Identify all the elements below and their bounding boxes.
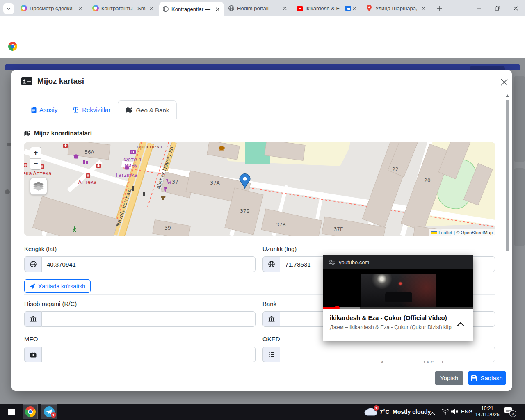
tab-rekvizitlar[interactable]: Rekvizitlar <box>65 100 118 119</box>
tab-separator <box>88 5 88 11</box>
video-thumbnail <box>361 274 436 307</box>
notification-center-button[interactable]: 3 <box>504 407 517 417</box>
map-label: 56A <box>84 149 94 155</box>
save-button[interactable]: Saqlash <box>468 371 506 385</box>
map-label: 39 <box>164 225 171 231</box>
account-input[interactable] <box>41 311 256 327</box>
temperature-label[interactable]: 7°C <box>380 409 390 415</box>
navigation-icon <box>30 283 35 289</box>
language-indicator[interactable]: ENG <box>461 409 472 415</box>
tab-kontragentlar-active[interactable]: Kontragentlar — si <box>159 2 224 16</box>
map-layers-button[interactable] <box>30 178 47 195</box>
start-button[interactable] <box>2 404 20 419</box>
map-label: 37 <box>172 179 178 185</box>
taskbar-telegram-button[interactable]: 1 <box>41 404 57 419</box>
tab-youtube[interactable]: ikikardesh & E <box>293 0 361 16</box>
site-settings-icon <box>329 260 335 265</box>
briefcase-icon <box>24 347 41 362</box>
taskbar-divider <box>39 405 39 418</box>
weather-icon[interactable]: 1 <box>364 407 378 417</box>
page-header-bar <box>5 64 520 70</box>
map-label: 22 <box>392 167 398 172</box>
osm-credit[interactable]: | © OpenStreetMap <box>454 230 493 235</box>
tab-close-icon[interactable] <box>214 6 221 12</box>
globe-favicon <box>162 6 169 12</box>
backdrop-panel <box>514 168 525 246</box>
tab-maps[interactable]: Улица Шаршара, <box>363 0 430 16</box>
modal-header: Mijoz kartasi <box>11 70 512 93</box>
account-input-group <box>24 311 256 327</box>
wifi-icon[interactable] <box>441 408 449 416</box>
car-silhouette <box>385 292 412 302</box>
map-label: минут <box>125 162 141 168</box>
weather-badge: 1 <box>374 405 379 411</box>
amocrm-favicon <box>21 5 27 11</box>
map-label: Аптека <box>33 171 51 176</box>
tab-close-icon[interactable] <box>77 5 84 11</box>
map-icon <box>126 107 133 113</box>
close-button[interactable]: Yopish <box>435 371 463 385</box>
mfo-input[interactable] <box>41 347 256 362</box>
windows-logo-icon <box>8 409 15 415</box>
chevron-up-icon[interactable] <box>457 322 464 326</box>
tab-geo-bank-active[interactable]: Geo & Bank <box>118 100 177 119</box>
plus-icon <box>437 6 442 11</box>
youtube-pip-overlay[interactable]: youtube.com ikikardesh & Eza - Çukur (Of… <box>323 255 473 341</box>
pip-site-label: youtube.com <box>339 259 369 265</box>
zoom-out-button[interactable]: − <box>30 159 41 170</box>
tab-close-icon[interactable] <box>281 5 288 11</box>
map-label: проспект <box>137 144 163 150</box>
scroll-up-arrow[interactable] <box>506 94 509 97</box>
pip-header[interactable]: youtube.com <box>323 255 473 269</box>
default-browser-infobar: Google Chrome не является браузером по у… <box>0 34 525 58</box>
window-minimize-button[interactable] <box>469 0 488 16</box>
mfo-input-group <box>24 347 256 362</box>
tab-label: Asosiy <box>39 106 57 113</box>
map-zoom-control: + − <box>30 147 41 170</box>
backdrop-panel <box>514 76 525 162</box>
ordered-list-icon <box>262 347 280 362</box>
tab-hodim-portali[interactable]: Hodim portali <box>225 0 291 16</box>
notification-count-badge: 3 <box>509 410 516 417</box>
browser-tab-strip: Просмотр сделки Контрагенты - Sm Kontrag… <box>0 0 525 16</box>
show-on-map-button[interactable]: Xaritada ko'rsatish <box>24 279 91 293</box>
tab-close-icon[interactable] <box>351 5 358 11</box>
modal-scrollbar[interactable] <box>504 94 510 387</box>
tab-close-icon[interactable] <box>148 5 155 11</box>
taskbar-chrome-button[interactable] <box>23 404 38 419</box>
maps-pin-favicon <box>366 5 373 11</box>
bank-icon <box>262 311 280 327</box>
tab-search-button[interactable] <box>3 3 14 14</box>
chevron-down-icon <box>7 7 11 10</box>
tab-asosiy[interactable]: Asosiy <box>24 100 65 119</box>
clipboard-icon <box>31 107 37 113</box>
tab-counterparties[interactable]: Контрагенты - Sm <box>89 0 158 16</box>
clock-time: 10:21 <box>475 406 500 412</box>
bank-label: Bank <box>262 300 276 307</box>
leaflet-link[interactable]: Leaflet <box>438 230 452 235</box>
window-restore-button[interactable] <box>488 0 507 16</box>
chrome-logo-icon <box>8 42 17 51</box>
tab-deal-view[interactable]: Просмотр сделки <box>17 0 87 16</box>
zoom-in-button[interactable]: + <box>30 147 41 159</box>
modal-tab-bar: Asosiy Rekvizitlar Geo & Bank <box>24 100 500 119</box>
scrollbar-thumb[interactable] <box>506 100 509 251</box>
lat-input[interactable]: 40.370941 <box>41 256 256 272</box>
tab-close-icon[interactable] <box>420 5 427 11</box>
leaflet-map[interactable]: 56A проспект Фото 4 минут Farzinka Аптек… <box>24 142 495 236</box>
map-location-icon <box>24 130 31 136</box>
map-attribution: Leaflet | © OpenStreetMap <box>429 229 495 236</box>
pip-video[interactable] <box>323 269 473 309</box>
new-tab-button[interactable] <box>435 4 445 14</box>
weather-condition-label[interactable]: Mostly cloudy <box>393 409 431 415</box>
clock-date: 14.11.2025 <box>475 412 500 418</box>
taskbar-clock[interactable]: 10:21 14.11.2025 <box>475 406 500 418</box>
modal-close-button[interactable] <box>499 77 509 87</box>
save-button-label: Saqlash <box>480 374 502 381</box>
lat-label: Kenglik (lat) <box>24 245 57 252</box>
layers-icon <box>33 182 44 191</box>
tray-expand-chevron[interactable] <box>430 409 435 417</box>
window-close-button[interactable] <box>506 0 525 16</box>
globe-icon <box>24 256 41 272</box>
volume-icon[interactable] <box>451 408 459 416</box>
